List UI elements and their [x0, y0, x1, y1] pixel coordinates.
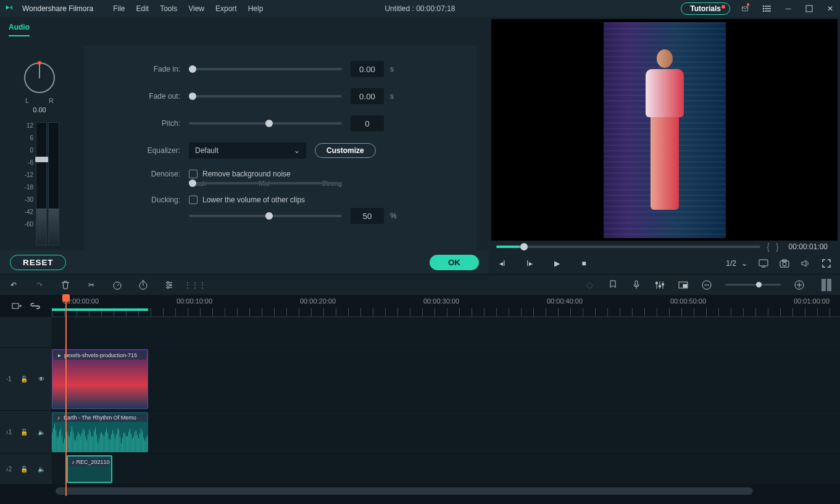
mail-icon[interactable] — [741, 4, 751, 14]
svg-point-4 — [763, 6, 764, 6]
timeline-scrollbar[interactable] — [5, 487, 835, 495]
ducking-slider[interactable] — [189, 215, 342, 217]
delete-icon[interactable] — [60, 280, 70, 290]
fadein-label: Fade in: — [84, 65, 189, 73]
eye-icon[interactable]: 👁 — [36, 374, 46, 384]
volume-icon[interactable] — [800, 258, 810, 268]
svg-rect-37 — [12, 304, 19, 308]
ducking-checkbox[interactable] — [189, 196, 198, 204]
snapshot-icon[interactable] — [780, 258, 789, 268]
lock-icon[interactable]: 🔓 — [19, 428, 29, 437]
ok-button[interactable]: OK — [430, 255, 479, 270]
preview-timecode: 00:00:01:00 — [789, 242, 828, 251]
adjust-icon[interactable] — [164, 280, 174, 290]
fadein-slider[interactable] — [189, 68, 342, 70]
menu-file[interactable]: File — [113, 4, 125, 13]
balance-l: L — [25, 97, 29, 104]
ducking-unit: % — [390, 212, 397, 220]
time-ruler[interactable]: 00:00:00:00 00:00:10:00 00:00:20:00 00:0… — [52, 295, 840, 317]
timer-icon[interactable] — [138, 280, 148, 290]
track-add-icon[interactable] — [12, 301, 22, 311]
marker-icon[interactable] — [608, 280, 618, 290]
music-icon: ♪ — [72, 459, 75, 465]
equalizer-label: Equalizer: — [84, 146, 189, 155]
step-fwd-icon[interactable]: Ⅰ▸ — [525, 258, 534, 268]
reset-button[interactable]: RESET — [10, 255, 66, 270]
tab-audio[interactable]: Audio — [9, 23, 30, 36]
audio-wave-icon[interactable]: ⋮⋮⋮ — [190, 280, 200, 290]
audio-track-icon: ♪1 — [6, 429, 12, 436]
denoise-label: Denoise: — [84, 170, 189, 178]
menu-help[interactable]: Help — [248, 4, 264, 13]
zoom-ratio-select[interactable]: 1/2⌄ — [726, 259, 747, 268]
list-icon[interactable] — [762, 4, 772, 14]
audio-track-2: ♪2🔓🔈 ♪REC_202110 — [0, 454, 840, 485]
speed-icon[interactable] — [112, 280, 122, 290]
svg-point-13 — [114, 282, 121, 289]
chevron-down-icon: ⌄ — [741, 259, 747, 268]
customize-button[interactable]: Customize — [315, 143, 376, 158]
fadeout-slider[interactable] — [189, 95, 342, 97]
menu-edit[interactable]: Edit — [136, 4, 149, 13]
mute-icon[interactable]: 🔈 — [36, 465, 46, 474]
redo-icon[interactable]: ↷ — [35, 280, 44, 290]
stop-icon[interactable]: ■ — [579, 258, 589, 268]
title-bar: Wondershare Filmora File Edit Tools View… — [0, 0, 840, 17]
zoom-slider[interactable] — [725, 284, 781, 286]
preview-panel: { } 00:00:01:00 ◂Ⅰ Ⅰ▸ ▶ ■ 1/2⌄ — [489, 17, 840, 274]
play-icon[interactable]: ▶ — [552, 258, 562, 268]
preview-viewport[interactable] — [491, 19, 838, 241]
project-title: Untitled : 00:00:07;18 — [385, 4, 455, 13]
fit-icon[interactable] — [821, 279, 831, 291]
ducking-label: Ducking: — [84, 196, 189, 204]
zoom-out-icon[interactable] — [702, 280, 712, 290]
denoise-checkbox[interactable] — [189, 170, 198, 178]
pitch-value[interactable] — [351, 115, 384, 131]
lock-icon[interactable]: 🔓 — [19, 465, 29, 474]
denoise-slider[interactable] — [189, 182, 342, 184]
audio-clip-2[interactable]: ♪REC_202110 — [67, 455, 112, 483]
svg-rect-28 — [659, 286, 661, 287]
lock-icon[interactable]: 🔓 — [19, 374, 29, 384]
denoise-text: Remove background noise — [202, 170, 291, 178]
level-meter: 1260-6-12-18-30-42-60 — [20, 122, 59, 246]
tutorials-button[interactable]: Tutorials — [681, 2, 730, 15]
display-icon[interactable] — [759, 258, 768, 268]
undo-icon[interactable]: ↶ — [9, 280, 19, 290]
ducking-text: Lower the volume of other clips — [202, 196, 305, 204]
menu-export[interactable]: Export — [215, 4, 237, 13]
equalizer-select[interactable]: Default⌄ — [189, 143, 306, 159]
fadein-value[interactable] — [351, 61, 384, 77]
mic-icon[interactable] — [631, 280, 641, 290]
brace-left: { — [767, 242, 770, 252]
menu-tools[interactable]: Tools — [160, 4, 177, 13]
music-icon: ♪ — [56, 415, 62, 421]
empty-track — [0, 317, 840, 348]
svg-rect-7 — [806, 6, 812, 12]
pitch-label: Pitch: — [84, 119, 189, 128]
maximize-icon[interactable] — [804, 4, 814, 14]
timeline-toolbar: ↶ ↷ ✂ ⋮⋮⋮ ◌ — [0, 274, 840, 295]
minimize-icon[interactable]: ─ — [783, 4, 793, 14]
video-track-1: ▫1🔓👁 ▸pexels-shvets-production-715 — [0, 348, 840, 411]
fullscreen-icon[interactable] — [821, 258, 831, 268]
zoom-in-icon[interactable] — [794, 280, 804, 290]
link-icon[interactable] — [30, 301, 40, 311]
scrub-slider[interactable] — [496, 246, 760, 248]
render-icon[interactable]: ◌ — [584, 280, 594, 290]
audio-track-icon: ♪2 — [6, 466, 12, 473]
pitch-slider[interactable] — [189, 122, 342, 125]
menu-view[interactable]: View — [188, 4, 204, 13]
split-icon[interactable]: ✂ — [86, 280, 96, 290]
ducking-value[interactable] — [351, 208, 384, 224]
fadeout-value[interactable] — [351, 88, 384, 104]
mixer-icon[interactable] — [655, 280, 665, 290]
meter-bar-l[interactable] — [36, 122, 47, 246]
pip-icon[interactable] — [678, 280, 688, 290]
step-back-icon[interactable]: ◂Ⅰ — [497, 258, 507, 268]
playhead[interactable] — [65, 295, 67, 496]
mute-icon[interactable]: 🔈 — [36, 428, 46, 437]
close-icon[interactable]: ✕ — [825, 4, 835, 14]
balance-dial[interactable] — [24, 62, 55, 93]
fadein-unit: s — [390, 65, 394, 73]
